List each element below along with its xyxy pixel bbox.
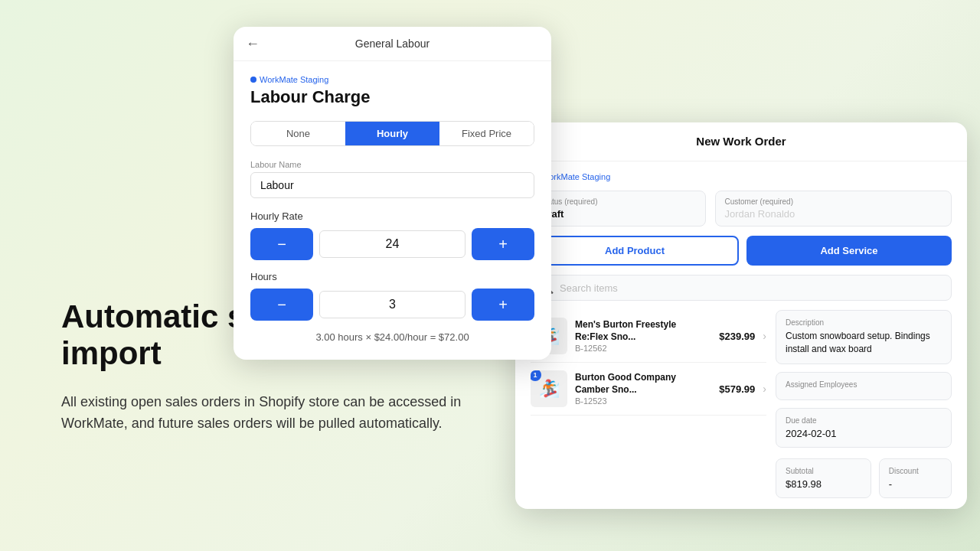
wo-subtotal-value: $819.98	[786, 478, 861, 490]
wo-due-date-value: 2024-02-01	[786, 428, 942, 439]
labour-main-title: Labour Charge	[250, 87, 534, 107]
wo-subtotal-field: Subtotal $819.98	[776, 458, 871, 498]
product-info-1: Burton Good Company Camber Sno... B-1252…	[575, 372, 711, 405]
wo-discount-field: Discount -	[879, 458, 952, 498]
product-price-0: $239.99	[719, 331, 755, 342]
labour-card-header: ← General Labour	[234, 27, 551, 61]
wo-due-date-label: Due date	[786, 416, 942, 425]
hourly-rate-stepper: − 24 +	[250, 228, 534, 260]
hours-stepper: − 3 +	[250, 289, 534, 321]
product-price-1: $579.99	[719, 383, 755, 395]
hours-label: Hours	[250, 271, 534, 282]
wo-description-field: Description Custom snowboard setup. Bind…	[776, 310, 952, 364]
table-row[interactable]: 🏂 1 Burton Good Company Camber Sno... B-…	[531, 363, 766, 416]
labour-card-body: WorkMate Staging Labour Charge None Hour…	[234, 61, 551, 360]
wo-main-area: 🏂 1 Men's Burton Freestyle Re:Flex Sno..…	[531, 310, 952, 498]
labour-breadcrumb: WorkMate Staging	[250, 75, 534, 84]
wo-assigned-employees-field[interactable]: Assigned Employees	[776, 372, 952, 400]
product-image-1: 🏂 1	[531, 370, 567, 407]
wo-discount-label: Discount	[889, 467, 942, 475]
breadcrumb-dot	[250, 77, 256, 83]
wo-title: New Work Order	[696, 135, 786, 148]
table-row[interactable]: 🏂 1 Men's Burton Freestyle Re:Flex Sno..…	[531, 310, 766, 363]
work-order-card: New Work Order WorkMate Staging Status (…	[515, 122, 967, 509]
wo-btn-row: Add Product Add Service	[531, 236, 952, 266]
wo-customer-label: Customer (required)	[725, 197, 942, 206]
hourly-rate-value: 24	[319, 230, 466, 258]
wo-top-row: Status (required) Draft Customer (requir…	[531, 191, 952, 227]
subtext: All existing open sales orders in Shopif…	[61, 391, 490, 435]
wo-discount-value: -	[889, 478, 942, 490]
wo-description-value: Custom snowboard setup. Bindings install…	[786, 330, 942, 356]
wo-breadcrumb: WorkMate Staging	[531, 172, 952, 181]
wo-header: New Work Order	[515, 122, 967, 161]
wo-body: WorkMate Staging Status (required) Draft…	[515, 161, 967, 509]
wo-subtotal-label: Subtotal	[786, 467, 861, 475]
product-name-0: Men's Burton Freestyle Re:Flex Sno...	[575, 319, 711, 343]
product-sku-1: B-12523	[575, 396, 711, 406]
hours-value: 3	[319, 291, 466, 318]
add-service-button[interactable]: Add Service	[746, 236, 952, 266]
wo-search[interactable]: 🔍 Search items	[531, 275, 952, 301]
tab-fixed-price[interactable]: Fixed Price	[439, 122, 534, 145]
labour-card-title: General Labour	[355, 37, 430, 50]
product-sku-0: B-12562	[575, 344, 711, 353]
product-info-0: Men's Burton Freestyle Re:Flex Sno... B-…	[575, 319, 711, 352]
product-arrow-1: ›	[763, 383, 766, 395]
hours-increment[interactable]: +	[472, 289, 534, 321]
wo-bottom-row: Subtotal $819.98 Discount -	[776, 458, 952, 498]
search-placeholder: Search items	[560, 282, 618, 294]
wo-status-value: Draft	[541, 208, 696, 220]
wo-right-panel: Description Custom snowboard setup. Bind…	[776, 310, 952, 498]
hourly-rate-decrement[interactable]: −	[250, 228, 313, 260]
product-arrow-0: ›	[763, 330, 766, 342]
wo-products-list: 🏂 1 Men's Burton Freestyle Re:Flex Sno..…	[531, 310, 766, 498]
breadcrumb-text: WorkMate Staging	[260, 75, 328, 84]
formula-text: 3.00 hours × $24.00/hour = $72.00	[250, 331, 534, 343]
tab-group: None Hourly Fixed Price	[250, 121, 534, 146]
labour-charge-card: ← General Labour WorkMate Staging Labour…	[234, 27, 551, 360]
hourly-rate-label: Hourly Rate	[250, 210, 534, 222]
wo-breadcrumb-text: WorkMate Staging	[541, 172, 610, 181]
hours-decrement[interactable]: −	[250, 289, 313, 321]
hourly-rate-increment[interactable]: +	[472, 228, 534, 260]
wo-customer-field: Customer (required) Jordan Ronaldo	[715, 191, 952, 227]
wo-status-label: Status (required)	[541, 197, 696, 206]
wo-customer-placeholder: Jordan Ronaldo	[725, 208, 942, 220]
labour-name-input[interactable]	[250, 172, 534, 198]
wo-description-label: Description	[786, 318, 942, 327]
product-name-1: Burton Good Company Camber Sno...	[575, 372, 711, 396]
wo-status-field: Status (required) Draft	[531, 191, 706, 227]
wo-due-date-field: Due date 2024-02-01	[776, 408, 952, 448]
labour-name-label: Labour Name	[250, 160, 534, 169]
labour-name-field: Labour Name	[250, 160, 534, 198]
add-product-button[interactable]: Add Product	[531, 236, 739, 266]
tab-hourly[interactable]: Hourly	[345, 122, 439, 145]
tab-none[interactable]: None	[251, 122, 345, 145]
back-icon[interactable]: ←	[246, 36, 260, 52]
wo-assigned-employees-label: Assigned Employees	[786, 380, 942, 389]
